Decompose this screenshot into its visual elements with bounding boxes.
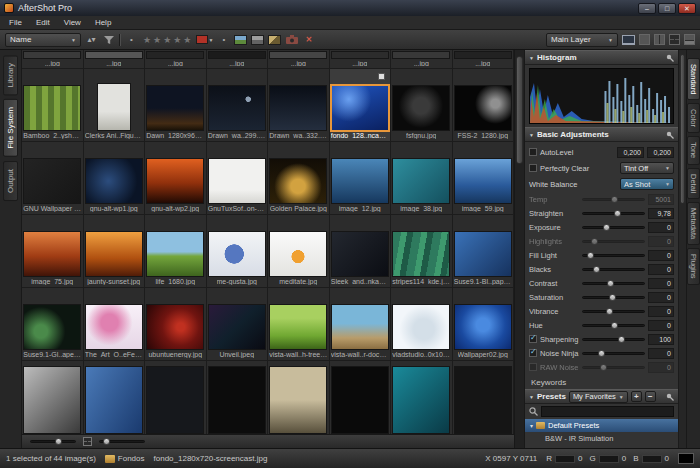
noise-ninja-slider[interactable] — [582, 352, 645, 355]
preset-default-presets[interactable]: ▾Default Presets — [525, 419, 678, 432]
thumbnail-image[interactable] — [24, 159, 80, 203]
thumbnail-image[interactable] — [147, 52, 203, 58]
thumbnail-cell[interactable]: Dawn_1280x960.jpg — [145, 69, 207, 141]
filter-funnel-icon[interactable] — [102, 33, 115, 47]
noise-ninja-checkbox[interactable] — [529, 349, 537, 357]
thumbnail-image[interactable] — [147, 367, 203, 433]
thumbnail-image[interactable] — [393, 367, 449, 433]
thumbnail-cell[interactable] — [453, 361, 515, 434]
thumbnail-cell[interactable] — [268, 361, 330, 434]
fill-light-value[interactable]: 0 — [648, 250, 674, 261]
preview-size-slider[interactable] — [99, 440, 145, 443]
pin-icon[interactable] — [666, 131, 674, 139]
blacks-slider[interactable] — [582, 268, 645, 271]
slider-handle[interactable] — [614, 210, 621, 217]
thumbnail-image[interactable] — [209, 305, 265, 349]
thumbnail-image[interactable] — [209, 159, 265, 203]
temp-value[interactable]: 5001 — [648, 194, 674, 205]
title-bar[interactable]: AfterShot Pro – □ ✕ — [0, 0, 700, 16]
slider-handle[interactable] — [618, 336, 625, 343]
pin-icon[interactable] — [666, 393, 674, 401]
thumbnail-image[interactable] — [24, 86, 80, 130]
tab-detail[interactable]: Detail — [687, 168, 700, 199]
vibrance-slider[interactable] — [582, 310, 645, 313]
thumbnail-cell[interactable] — [330, 361, 392, 434]
thumbnail-cell[interactable]: Drawn_wa..332.jpg — [268, 69, 330, 141]
thumbnail-image[interactable] — [393, 86, 449, 130]
thumbnail-cell[interactable]: image_75.jpg — [22, 215, 84, 287]
temp-slider[interactable] — [582, 198, 645, 201]
layer-dropdown[interactable]: Main Layer ▼ — [546, 33, 618, 47]
thumbnail-cell[interactable]: vista-wall..r-dock.jpg — [330, 288, 392, 360]
thumbnail-image[interactable] — [455, 305, 511, 349]
thumbnail-cell[interactable] — [207, 361, 269, 434]
thumbnail-cell[interactable]: Wallpaper02.jpg — [453, 288, 515, 360]
filmstrip-view-icon[interactable] — [684, 34, 695, 45]
thumbnail-cell[interactable]: Unveil.jpeg — [207, 288, 269, 360]
thumbnail-image[interactable] — [270, 52, 326, 58]
thumbnail-cell[interactable] — [391, 361, 453, 434]
presets-header[interactable]: ▼ Presets My Favorites ▼ + − — [525, 389, 678, 404]
slider-handle[interactable] — [600, 364, 607, 371]
thumbnail-cell[interactable]: gnu-alt-wp2.jpg — [145, 142, 207, 214]
thumbnail-cell[interactable]: vladstudio..0x1024.jpg — [391, 288, 453, 360]
thumbnail-cell[interactable]: gnu-alt-wp1.jpg — [84, 142, 146, 214]
split-view-icon[interactable] — [654, 34, 665, 45]
vibrance-value[interactable]: 0 — [648, 306, 674, 317]
thumbnail-image[interactable] — [455, 52, 511, 58]
thumbnail-cell[interactable]: me-gusta.jpg — [207, 215, 269, 287]
menu-help[interactable]: Help — [88, 17, 118, 28]
thumbnail-cell[interactable] — [145, 361, 207, 434]
thumbnail-image[interactable] — [332, 305, 388, 349]
thumbnail-image[interactable] — [86, 305, 142, 349]
thumbnail-cell[interactable]: jaunty-sunset.jpg — [84, 215, 146, 287]
thumbnail-image[interactable] — [270, 86, 326, 130]
menu-edit[interactable]: Edit — [29, 17, 57, 28]
maximize-button[interactable]: □ — [658, 3, 676, 14]
slider-handle[interactable] — [591, 238, 598, 245]
thumbnail-image[interactable] — [455, 232, 511, 276]
label-dot-icon[interactable]: • — [217, 33, 230, 47]
slider-handle[interactable] — [606, 308, 613, 315]
panel-scrollbar-thumb[interactable] — [680, 54, 685, 204]
slider-handle[interactable] — [609, 294, 616, 301]
thumbnail-cell[interactable]: ...jpg — [268, 50, 330, 68]
thumbnail-image[interactable] — [209, 52, 265, 58]
thumbnail-cell[interactable]: ...jpg — [207, 50, 269, 68]
autolevel-low-value[interactable]: 0,200 — [617, 147, 644, 158]
sharpening-value[interactable]: 100 — [648, 334, 674, 345]
slider-handle[interactable] — [607, 280, 614, 287]
thumbnail-cell[interactable]: ...jpg — [84, 50, 146, 68]
raw-noise-slider[interactable] — [582, 366, 645, 369]
autolevel-checkbox[interactable] — [529, 148, 537, 156]
thumbnail-image[interactable] — [24, 367, 80, 433]
thumbnail-image[interactable] — [332, 232, 388, 276]
tab-metadata[interactable]: Metadata — [687, 202, 700, 245]
collapse-arrow-icon[interactable]: ▼ — [529, 132, 534, 138]
thumbnail-image[interactable] — [147, 232, 203, 276]
minimize-button[interactable]: – — [638, 3, 656, 14]
contrast-value[interactable]: 0 — [648, 278, 674, 289]
slider-handle[interactable] — [103, 438, 110, 445]
slider-handle[interactable] — [611, 322, 618, 329]
thumbnail-image[interactable] — [209, 232, 265, 276]
thumbnail-cell[interactable]: GNU Wallpaper 2.jpg — [22, 142, 84, 214]
sharpening-slider[interactable] — [582, 338, 645, 341]
thumbnail-cell[interactable]: ...jpg — [453, 50, 515, 68]
thumbnail-image[interactable] — [393, 52, 449, 58]
thumbnail-image[interactable] — [270, 305, 326, 349]
thumbnail-image[interactable] — [455, 159, 511, 203]
hue-value[interactable]: 0 — [648, 320, 674, 331]
basic-adjustments-header[interactable]: ▼ Basic Adjustments — [525, 127, 678, 142]
slider-handle[interactable] — [55, 438, 62, 445]
blacks-value[interactable]: 0 — [648, 264, 674, 275]
raw-noise-checkbox[interactable] — [529, 363, 537, 371]
tab-file-system[interactable]: File System — [3, 99, 18, 157]
thumbnail-image[interactable] — [270, 367, 326, 433]
thumbnail-cell[interactable] — [84, 361, 146, 434]
thumbnail-image[interactable] — [24, 305, 80, 349]
exposure-value[interactable]: 0 — [648, 222, 674, 233]
slider-handle[interactable] — [587, 252, 594, 259]
slider-handle[interactable] — [598, 350, 605, 357]
thumbnail-cell[interactable]: image_59.jpg — [453, 142, 515, 214]
